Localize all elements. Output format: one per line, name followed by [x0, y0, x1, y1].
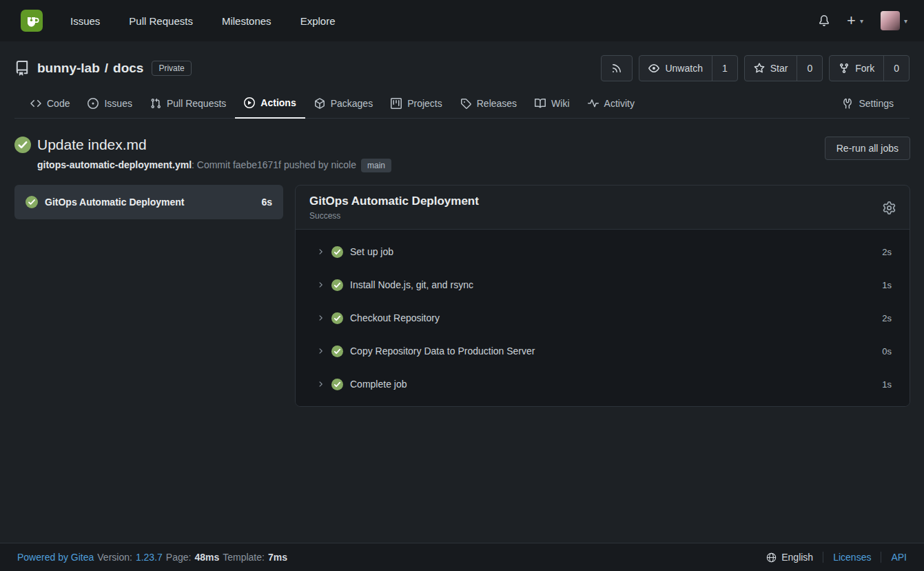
step-row[interactable]: Copy Repository Data to Production Serve…	[296, 334, 910, 368]
unwatch-label-segment: Unwatch	[639, 56, 711, 81]
run-body: GitOps Automatic Deployment 6s GitOps Au…	[14, 185, 910, 407]
rss-feed-button[interactable]	[601, 55, 633, 81]
footer-left: Powered by Gitea Version: 1.23.7 Page: 4…	[17, 552, 287, 563]
tab-packages[interactable]: Packages	[305, 90, 382, 118]
step-duration: 2s	[882, 247, 892, 257]
tab-label: Activity	[604, 98, 635, 109]
star-button[interactable]: Star 0	[744, 55, 823, 81]
step-row[interactable]: Install Node.js, git, and rsync 1s	[296, 268, 910, 301]
api-link[interactable]: API	[881, 552, 907, 563]
repo-tabs: Code Issues Pull Requests Actions Packag…	[14, 90, 910, 119]
chevron-right-icon	[316, 347, 325, 355]
pulse-icon	[588, 98, 599, 109]
success-check-icon	[14, 137, 31, 153]
job-detail-header: GitOps Automatic Deployment Success	[296, 186, 910, 230]
job-status-text: Success	[309, 211, 479, 221]
chevron-right-icon	[316, 248, 325, 256]
notifications-bell-icon[interactable]	[819, 15, 830, 26]
tab-settings[interactable]: Settings	[833, 90, 903, 118]
template-time: 7ms	[268, 552, 287, 563]
success-check-icon	[331, 379, 343, 390]
tab-label: Settings	[859, 98, 894, 109]
tab-label: Wiki	[551, 98, 569, 109]
success-check-icon	[331, 312, 343, 324]
tab-label: Packages	[331, 98, 373, 109]
step-name: Checkout Repository	[350, 312, 875, 323]
star-label: Star	[770, 63, 788, 74]
nav-milestones[interactable]: Milestones	[222, 15, 271, 27]
fork-icon	[839, 63, 850, 74]
licenses-link[interactable]: Licenses	[823, 552, 871, 563]
rerun-all-jobs-button[interactable]: Re-run all jobs	[825, 137, 910, 160]
tab-activity[interactable]: Activity	[579, 90, 644, 118]
job-duration: 6s	[261, 197, 272, 208]
create-new-dropdown[interactable]: + ▾	[847, 13, 863, 28]
tab-pull-requests[interactable]: Pull Requests	[141, 90, 235, 118]
run-header: Update index.md gitops-automatic-deploym…	[14, 137, 910, 172]
actions-run-view: Update index.md gitops-automatic-deploym…	[0, 119, 924, 543]
repo-title-row: bunny-lab / docs Private Unwatch 1 Star …	[14, 55, 910, 81]
tab-actions[interactable]: Actions	[235, 90, 305, 119]
step-row[interactable]: Checkout Repository 2s	[296, 301, 910, 334]
play-circle-icon	[244, 97, 255, 108]
chevron-right-icon	[316, 380, 325, 388]
watch-count[interactable]: 1	[712, 56, 737, 81]
star-icon	[754, 63, 765, 74]
success-check-icon	[25, 196, 38, 208]
commit-prefix: : Commit	[192, 159, 233, 170]
star-label-segment: Star	[745, 56, 797, 81]
version-link[interactable]: 1.23.7	[136, 552, 163, 563]
step-name: Set up job	[350, 246, 875, 257]
repo-owner-link[interactable]: bunny-lab	[37, 61, 100, 76]
tab-wiki[interactable]: Wiki	[526, 90, 578, 118]
fork-count[interactable]: 0	[883, 56, 909, 81]
tab-issues[interactable]: Issues	[79, 90, 141, 118]
top-navbar: Issues Pull Requests Milestones Explore …	[0, 0, 924, 41]
rss-icon	[611, 63, 622, 74]
workflow-file-link[interactable]: gitops-automatic-deployment.yml	[37, 159, 192, 170]
pushed-by-text: pushed by nicole	[281, 159, 356, 170]
nav-explore[interactable]: Explore	[300, 15, 336, 27]
gitea-logo[interactable]	[21, 10, 70, 32]
template-label: Template:	[223, 552, 265, 563]
tab-label: Actions	[260, 97, 296, 108]
repo-separator: /	[105, 61, 108, 76]
tab-code[interactable]: Code	[21, 90, 79, 118]
package-icon	[314, 98, 325, 109]
gitea-logo-icon	[21, 10, 43, 32]
job-detail-title: GitOps Automatic Deployment	[309, 194, 479, 208]
language-selector[interactable]: English	[766, 552, 813, 563]
footer: Powered by Gitea Version: 1.23.7 Page: 4…	[0, 543, 924, 571]
fork-label-segment: Fork	[830, 56, 883, 81]
repo-header: bunny-lab / docs Private Unwatch 1 Star …	[0, 41, 924, 119]
step-row[interactable]: Set up job 2s	[296, 235, 910, 268]
commit-sha[interactable]: faebe1671f	[233, 159, 281, 170]
unwatch-button[interactable]: Unwatch 1	[639, 55, 737, 81]
tab-label: Issues	[104, 98, 132, 109]
nav-issues[interactable]: Issues	[70, 15, 100, 27]
tab-label: Pull Requests	[167, 98, 226, 109]
step-name: Copy Repository Data to Production Serve…	[350, 345, 875, 357]
visibility-badge: Private	[152, 61, 191, 76]
gear-icon[interactable]	[883, 201, 896, 214]
powered-by-gitea-link[interactable]: Powered by Gitea	[17, 552, 94, 563]
step-duration: 1s	[882, 379, 892, 390]
issue-icon	[88, 98, 99, 109]
job-detail-titles: GitOps Automatic Deployment Success	[309, 194, 479, 221]
code-icon	[30, 98, 41, 109]
tab-label: Projects	[407, 98, 442, 109]
nav-pull-requests[interactable]: Pull Requests	[129, 15, 193, 27]
tab-projects[interactable]: Projects	[382, 90, 451, 118]
user-menu-dropdown[interactable]: ▾	[881, 11, 907, 30]
step-row[interactable]: Complete job 1s	[296, 368, 910, 401]
repo-name-link[interactable]: docs	[113, 61, 143, 76]
star-count[interactable]: 0	[797, 56, 822, 81]
run-title-block: Update index.md gitops-automatic-deploym…	[14, 137, 391, 172]
step-name: Complete job	[350, 379, 875, 390]
chevron-right-icon	[316, 281, 325, 289]
fork-button[interactable]: Fork 0	[829, 55, 910, 81]
tab-releases[interactable]: Releases	[451, 90, 526, 118]
tab-label: Code	[47, 98, 70, 109]
branch-badge[interactable]: main	[361, 159, 391, 172]
job-list-item[interactable]: GitOps Automatic Deployment 6s	[14, 185, 283, 219]
